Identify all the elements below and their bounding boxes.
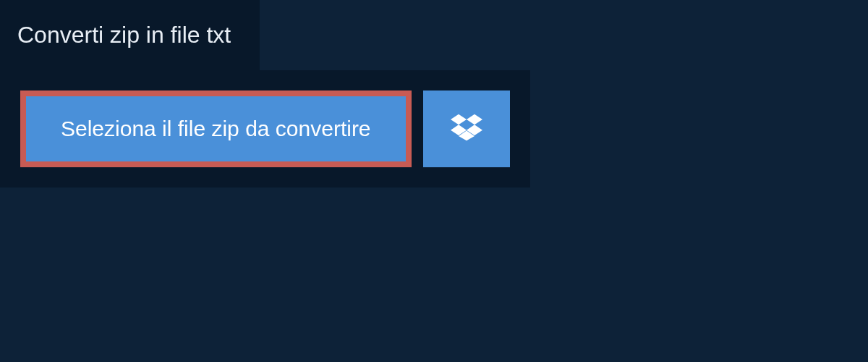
tab-bar: Converti zip in file txt xyxy=(0,0,868,70)
select-file-label: Seleziona il file zip da convertire xyxy=(61,117,371,141)
dropbox-icon xyxy=(451,111,482,146)
dropbox-button[interactable] xyxy=(423,90,510,167)
tab-title: Converti zip in file txt xyxy=(17,22,231,48)
tab-convert-zip-txt[interactable]: Converti zip in file txt xyxy=(0,0,260,70)
upload-panel: Seleziona il file zip da convertire xyxy=(0,70,530,188)
select-file-button[interactable]: Seleziona il file zip da convertire xyxy=(20,90,412,167)
